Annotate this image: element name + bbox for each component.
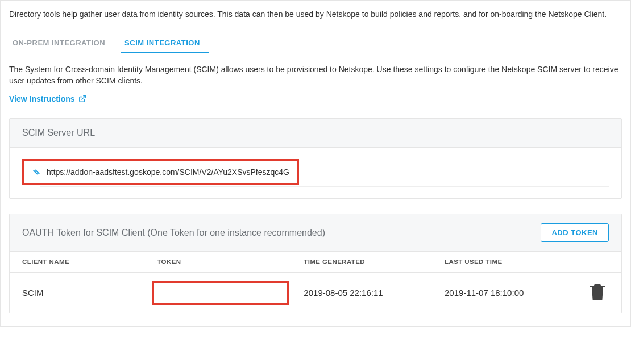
divider	[40, 186, 609, 187]
token-highlight	[152, 281, 289, 305]
column-time-generated: TIME GENERATED	[304, 258, 445, 265]
tab-onprem-integration[interactable]: ON-PREM INTEGRATION	[9, 33, 114, 53]
view-instructions-label: View Instructions	[9, 94, 75, 103]
cell-client-name: SCIM	[22, 288, 157, 298]
scim-server-url-title: SCIM Server URL	[22, 128, 95, 138]
page-container: Directory tools help gather user data fr…	[0, 0, 631, 327]
scim-url-highlight: https://addon-aadsftest.goskope.com/SCIM…	[22, 159, 299, 185]
link-icon	[32, 168, 41, 177]
column-actions	[586, 258, 609, 265]
oauth-token-table: CLIENT NAME TOKEN TIME GENERATED LAST US…	[10, 252, 621, 313]
tab-bar: ON-PREM INTEGRATION SCIM INTEGRATION	[9, 33, 622, 53]
intro-text: Directory tools help gather user data fr…	[9, 9, 622, 20]
column-token: TOKEN	[157, 258, 304, 265]
cell-actions	[586, 281, 609, 305]
cell-token	[157, 281, 304, 305]
add-token-button[interactable]: ADD TOKEN	[541, 223, 609, 242]
view-instructions-link[interactable]: View Instructions	[9, 94, 86, 103]
cell-time-generated: 2019-08-05 22:16:11	[304, 288, 445, 298]
scim-server-url-card: SCIM Server URL https://addon-aadsftest.…	[9, 118, 622, 199]
delete-icon[interactable]	[586, 295, 609, 305]
column-last-used-time: LAST USED TIME	[445, 258, 586, 265]
tab-scim-integration[interactable]: SCIM INTEGRATION	[121, 33, 209, 53]
oauth-token-header: OAUTH Token for SCIM Client (One Token f…	[10, 214, 621, 252]
external-link-icon	[78, 95, 86, 103]
scim-description: The System for Cross-domain Identity Man…	[9, 64, 622, 87]
svg-line-0	[82, 96, 85, 99]
column-client-name: CLIENT NAME	[22, 258, 157, 265]
oauth-token-title: OAUTH Token for SCIM Client (One Token f…	[22, 228, 325, 238]
cell-last-used-time: 2019-11-07 18:10:00	[445, 288, 586, 298]
table-row: SCIM 2019-08-05 22:16:11 2019-11-07 18:1…	[10, 273, 621, 313]
oauth-token-card: OAUTH Token for SCIM Client (One Token f…	[9, 214, 622, 313]
scim-server-url-header: SCIM Server URL	[10, 119, 621, 148]
scim-url-value[interactable]: https://addon-aadsftest.goskope.com/SCIM…	[47, 168, 289, 177]
table-header-row: CLIENT NAME TOKEN TIME GENERATED LAST US…	[10, 252, 621, 273]
